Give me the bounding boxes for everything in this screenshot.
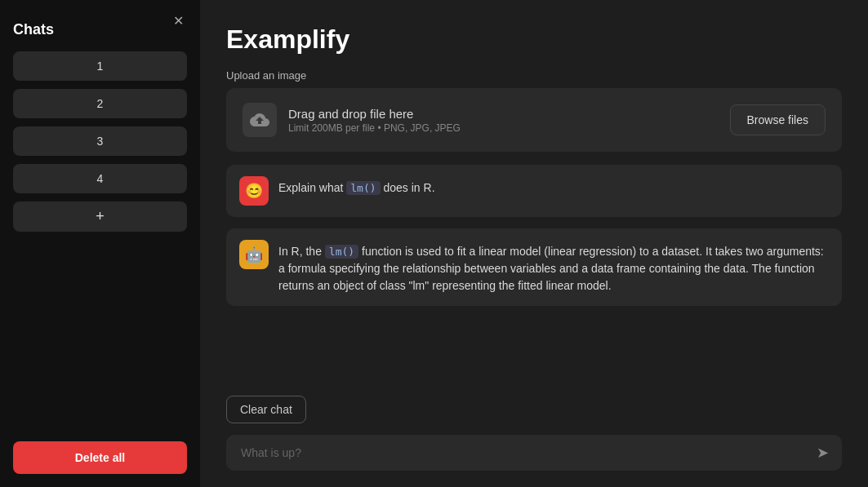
bot-message-text: In R, the lm() function is used to fit a… xyxy=(278,240,829,294)
user-message-text: Explain what lm() does in R. xyxy=(278,176,435,197)
user-text-after: does in R. xyxy=(381,181,435,194)
app-title: Examplify xyxy=(226,24,842,55)
bot-message: 🤖 In R, the lm() function is used to fit… xyxy=(226,228,842,306)
sidebar-item-chat-2[interactable]: 2 xyxy=(13,89,187,118)
delete-all-button[interactable]: Delete all xyxy=(13,441,187,474)
user-message: 😊 Explain what lm() does in R. xyxy=(226,165,842,217)
drag-drop-text: Drag and drop file here xyxy=(288,107,719,121)
clear-chat-button[interactable]: Clear chat xyxy=(226,396,306,423)
bot-avatar: 🤖 xyxy=(239,240,269,269)
bot-text-before: In R, the xyxy=(278,245,325,258)
close-button[interactable]: ✕ xyxy=(168,11,189,30)
upload-zone[interactable]: Drag and drop file here Limit 200MB per … xyxy=(226,88,842,152)
bot-code-inline: lm() xyxy=(325,245,358,259)
input-area: ➤ xyxy=(226,435,842,471)
sidebar-item-chat-4[interactable]: 4 xyxy=(13,164,187,193)
chat-input[interactable] xyxy=(238,438,803,467)
user-text-before: Explain what xyxy=(278,181,346,194)
upload-label: Upload an image xyxy=(226,69,842,82)
bot-text-after: function is used to fit a linear model (… xyxy=(278,245,824,292)
main-content: Examplify Upload an image Drag and drop … xyxy=(200,0,868,487)
add-chat-button[interactable]: + xyxy=(13,201,187,232)
sidebar-item-chat-3[interactable]: 3 xyxy=(13,126,187,156)
sidebar: ✕ Chats 1 2 3 4 + Delete all xyxy=(0,0,200,487)
upload-text: Drag and drop file here Limit 200MB per … xyxy=(288,107,719,134)
file-limit-text: Limit 200MB per file • PNG, JPG, JPEG xyxy=(288,122,719,134)
sidebar-item-chat-1[interactable]: 1 xyxy=(13,51,187,81)
send-button[interactable]: ➤ xyxy=(810,441,835,465)
messages-container: 😊 Explain what lm() does in R. 🤖 In R, t… xyxy=(226,165,842,383)
user-code-inline: lm() xyxy=(346,181,380,195)
send-icon: ➤ xyxy=(817,444,829,462)
sidebar-title: Chats xyxy=(13,21,187,38)
upload-icon xyxy=(243,103,277,137)
user-avatar: 😊 xyxy=(239,176,269,206)
browse-files-button[interactable]: Browse files xyxy=(730,104,826,135)
